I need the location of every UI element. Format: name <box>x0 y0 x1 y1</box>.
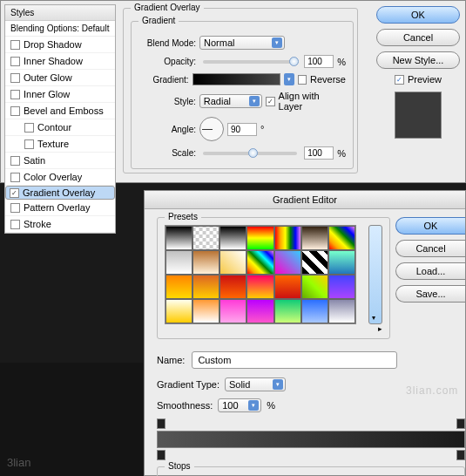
opacity-input[interactable] <box>304 55 334 68</box>
gradient-type-label: Gradient Type: <box>157 379 219 390</box>
preset-swatch[interactable] <box>328 275 355 299</box>
preset-swatch[interactable] <box>247 275 274 299</box>
stops-group: Stops Opacity: ▾ % Location: % Delete <box>157 466 465 476</box>
scale-label: Scale: <box>138 148 196 158</box>
blend-mode-select[interactable]: Normal▾ <box>199 36 285 50</box>
checkbox-icon[interactable] <box>10 156 20 166</box>
preset-swatch[interactable] <box>274 250 301 275</box>
cancel-button[interactable]: Cancel <box>376 29 460 46</box>
checkbox-icon[interactable] <box>10 57 20 66</box>
style-item-pattern-overlay[interactable]: Pattern Overlay <box>5 200 115 216</box>
preset-swatch[interactable] <box>274 275 301 299</box>
angle-input[interactable] <box>227 123 257 136</box>
load-button[interactable]: Load... <box>395 262 465 280</box>
preset-swatch[interactable] <box>274 299 301 323</box>
gradient-bar[interactable] <box>157 431 465 448</box>
angle-dial[interactable] <box>199 117 224 141</box>
degree-sign: ° <box>260 124 264 134</box>
style-item-drop-shadow[interactable]: Drop Shadow <box>5 37 115 53</box>
style-item-label: Satin <box>24 155 45 166</box>
checkbox-icon[interactable] <box>10 203 20 213</box>
percent-sign: % <box>337 148 346 159</box>
style-item-bevel-and-emboss[interactable]: Bevel and Emboss <box>5 103 115 119</box>
new-style-button[interactable]: New Style... <box>376 51 460 69</box>
preset-swatch[interactable] <box>301 226 328 250</box>
style-item-outer-glow[interactable]: Outer Glow <box>5 70 115 86</box>
preset-swatch[interactable] <box>247 299 274 323</box>
preset-swatch[interactable] <box>219 226 247 250</box>
style-item-contour[interactable]: Contour <box>5 119 115 136</box>
checkbox-icon[interactable]: ✓ <box>10 188 19 198</box>
checkbox-icon[interactable] <box>10 40 20 50</box>
checkbox-icon[interactable] <box>24 139 34 149</box>
preset-swatch[interactable] <box>219 250 247 275</box>
preset-swatch[interactable] <box>274 226 301 250</box>
opacity-stop-left[interactable] <box>157 418 165 429</box>
preset-swatch[interactable] <box>219 299 247 323</box>
name-input[interactable] <box>192 351 397 369</box>
preset-swatch[interactable] <box>301 299 328 323</box>
preset-scrollbar[interactable]: ▾ <box>368 225 382 324</box>
reverse-label: Reverse <box>310 74 346 85</box>
preset-swatch[interactable] <box>328 250 355 275</box>
gradient-type-select[interactable]: Solid▾ <box>225 377 286 391</box>
style-item-label: Outer Glow <box>24 72 72 83</box>
watermark: 3lian.com <box>406 384 458 397</box>
checkbox-icon[interactable] <box>10 73 20 83</box>
color-stop-left[interactable] <box>157 450 165 460</box>
save-button[interactable]: Save... <box>395 285 465 303</box>
checkbox-icon[interactable] <box>10 90 20 99</box>
styles-header: Styles <box>5 5 115 21</box>
checkbox-icon[interactable] <box>10 173 20 182</box>
ok-button[interactable]: OK <box>376 6 460 24</box>
opacity-stop-right[interactable] <box>456 418 465 429</box>
scale-input[interactable] <box>304 146 334 160</box>
smoothness-input[interactable]: 100▾ <box>218 398 261 412</box>
style-item-gradient-overlay[interactable]: ✓Gradient Overlay <box>5 186 115 200</box>
style-item-label: Texture <box>37 139 69 149</box>
style-item-satin[interactable]: Satin <box>5 153 115 169</box>
smoothness-label: Smoothness: <box>157 400 213 411</box>
cancel-button[interactable]: Cancel <box>395 240 465 257</box>
color-stop-right[interactable] <box>456 450 465 460</box>
preset-swatch[interactable] <box>328 299 355 323</box>
preset-swatch[interactable] <box>247 226 274 250</box>
stops-title: Stops <box>165 461 194 471</box>
style-item-color-overlay[interactable]: Color Overlay <box>5 169 115 186</box>
preset-swatch[interactable] <box>247 250 274 275</box>
opacity-slider[interactable] <box>203 60 297 64</box>
reverse-checkbox[interactable] <box>298 75 307 85</box>
style-item-stroke[interactable]: Stroke <box>5 216 115 233</box>
preset-swatch[interactable] <box>192 299 219 323</box>
preset-swatch[interactable] <box>192 250 219 275</box>
scale-slider[interactable] <box>203 152 297 155</box>
preset-swatch[interactable] <box>165 299 192 323</box>
preset-swatch[interactable] <box>192 226 219 250</box>
checkbox-icon[interactable] <box>24 123 34 133</box>
preset-swatch[interactable] <box>301 250 328 275</box>
style-select[interactable]: Radial▾ <box>199 94 262 108</box>
style-item-inner-shadow[interactable]: Inner Shadow <box>5 53 115 70</box>
checkbox-icon[interactable] <box>10 106 20 116</box>
ok-button[interactable]: OK <box>395 217 465 235</box>
checkbox-icon[interactable] <box>10 220 20 229</box>
blending-options-row[interactable]: Blending Options: Default <box>5 21 115 37</box>
style-item-inner-glow[interactable]: Inner Glow <box>5 86 115 103</box>
preview-swatch <box>395 92 442 139</box>
preset-swatch[interactable] <box>165 275 192 299</box>
preset-swatch[interactable] <box>192 275 219 299</box>
gradient-swatch[interactable] <box>192 73 280 85</box>
subgroup-title: Gradient <box>138 16 179 25</box>
style-item-texture[interactable]: Texture <box>5 136 115 153</box>
preset-menu-icon[interactable]: ▸ <box>378 324 382 333</box>
preset-swatch[interactable] <box>219 275 247 299</box>
styles-panel: Styles Blending Options: Default Drop Sh… <box>4 4 116 234</box>
preset-swatch[interactable] <box>301 275 328 299</box>
align-checkbox[interactable]: ✓ <box>266 97 275 106</box>
style-item-label: Drop Shadow <box>24 39 82 50</box>
preset-swatch[interactable] <box>165 250 192 275</box>
gradient-dropdown-icon[interactable]: ▾ <box>284 73 294 85</box>
preset-swatch[interactable] <box>165 226 192 250</box>
preview-checkbox[interactable]: ✓ <box>395 75 404 85</box>
preset-swatch[interactable] <box>328 226 355 250</box>
